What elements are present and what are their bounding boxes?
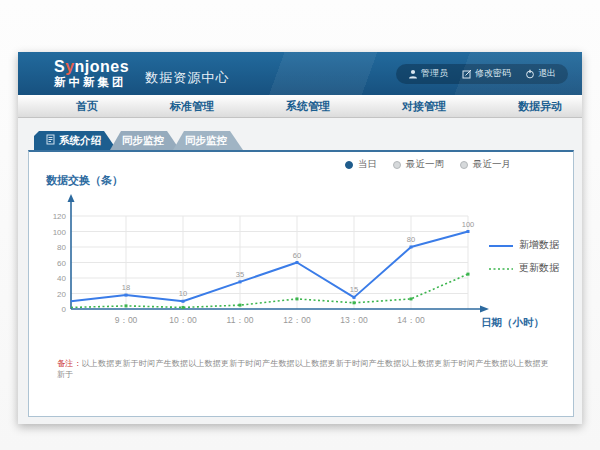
tab-sync-monitor-1[interactable]: 同步监控	[110, 131, 180, 150]
legend-line-dotted-icon	[489, 263, 513, 274]
svg-text:13：00: 13：00	[340, 315, 368, 325]
radio-label: 最近一月	[473, 158, 511, 171]
legend-label: 新增数据	[519, 238, 559, 252]
svg-text:60: 60	[57, 259, 66, 268]
page: Synjones 新中新集团 数据资源中心 管理员 修改密码 退出	[0, 0, 600, 450]
tab-bar: 系统介绍 同步监控 同步监控	[34, 131, 582, 150]
svg-text:60: 60	[293, 251, 301, 260]
logout-label: 退出	[538, 67, 556, 80]
svg-text:18: 18	[122, 283, 130, 292]
user-bar: 管理员 修改密码 退出	[396, 64, 568, 84]
brand-logo-cn: 新中新集团	[54, 77, 129, 89]
radio-last-month[interactable]: 最近一月	[460, 158, 511, 171]
svg-text:12：00: 12：00	[283, 315, 311, 325]
content-panel: 当日 最近一周 最近一月 数据交换（条） 0204060801001209：00…	[28, 150, 574, 417]
user-icon	[408, 69, 418, 79]
svg-text:35: 35	[236, 270, 244, 279]
svg-text:14：00: 14：00	[397, 315, 425, 325]
main-nav: 首页 标准管理 系统管理 对接管理 数据异动	[18, 95, 582, 118]
radio-unselected-icon	[460, 161, 468, 169]
svg-text:15: 15	[350, 285, 358, 294]
svg-text:10: 10	[179, 289, 187, 298]
document-icon	[46, 134, 55, 147]
user-menu[interactable]: 管理员	[408, 67, 448, 80]
svg-text:日期（小时）: 日期（小时）	[481, 316, 544, 329]
svg-text:9：00: 9：00	[115, 315, 138, 325]
legend-item-update-data: 更新数据	[489, 261, 559, 275]
user-menu-label: 管理员	[421, 67, 448, 80]
tab-system-intro[interactable]: 系统介绍	[34, 131, 117, 150]
svg-text:80: 80	[57, 243, 66, 252]
change-password-label: 修改密码	[475, 67, 511, 80]
chart-legend: 新增数据 更新数据	[489, 238, 559, 284]
legend-line-solid-icon	[489, 240, 513, 251]
svg-text:100: 100	[462, 220, 475, 229]
radio-today[interactable]: 当日	[345, 158, 377, 171]
brand-logo: Synjones 新中新集团	[54, 59, 129, 89]
nav-item-system-mgmt[interactable]: 系统管理	[250, 99, 366, 114]
svg-text:11：00: 11：00	[227, 315, 254, 325]
tab-label: 同步监控	[185, 134, 227, 148]
tab-label: 系统介绍	[59, 134, 101, 148]
app-header: Synjones 新中新集团 数据资源中心 管理员 修改密码 退出	[18, 52, 582, 95]
app-body: 系统介绍 同步监控 同步监控 当日 最近一周	[18, 118, 582, 417]
tab-sync-monitor-2[interactable]: 同步监控	[173, 131, 243, 150]
nav-item-data-change[interactable]: 数据异动	[482, 99, 598, 114]
app-title: 数据资源中心	[145, 69, 229, 87]
tab-label: 同步监控	[122, 134, 164, 148]
footnote: 备注：以上数据更新于时间产生数据以上数据更新于时间产生数据以上数据更新于时间产生…	[57, 358, 555, 380]
svg-text:10：00: 10：00	[169, 315, 197, 325]
app-window: Synjones 新中新集团 数据资源中心 管理员 修改密码 退出	[18, 52, 582, 424]
svg-text:120: 120	[53, 212, 67, 221]
radio-label: 当日	[358, 158, 377, 171]
power-icon	[525, 69, 535, 79]
logout-button[interactable]: 退出	[525, 67, 556, 80]
radio-last-week[interactable]: 最近一周	[393, 158, 444, 171]
chart-y-axis-title: 数据交换（条）	[46, 173, 123, 188]
radio-unselected-icon	[393, 161, 401, 169]
radio-selected-icon	[345, 161, 353, 169]
svg-text:80: 80	[407, 235, 415, 244]
radio-label: 最近一周	[406, 158, 444, 171]
time-range-options: 当日 最近一周 最近一月	[345, 158, 511, 171]
svg-text:20: 20	[57, 290, 66, 299]
svg-text:40: 40	[57, 274, 66, 283]
footnote-prefix: 备注：	[57, 359, 82, 368]
legend-label: 更新数据	[519, 261, 559, 275]
svg-text:100: 100	[53, 228, 67, 237]
nav-item-standard-mgmt[interactable]: 标准管理	[134, 99, 250, 114]
edit-icon	[462, 69, 472, 79]
brand-logo-text: Synjones	[54, 59, 129, 75]
svg-text:0: 0	[62, 305, 67, 314]
nav-item-home[interactable]: 首页	[40, 99, 134, 114]
footnote-text: 以上数据更新于时间产生数据以上数据更新于时间产生数据以上数据更新于时间产生数据以…	[57, 359, 549, 379]
nav-item-interface-mgmt[interactable]: 对接管理	[366, 99, 482, 114]
legend-item-new-data: 新增数据	[489, 238, 559, 252]
change-password-button[interactable]: 修改密码	[462, 67, 511, 80]
